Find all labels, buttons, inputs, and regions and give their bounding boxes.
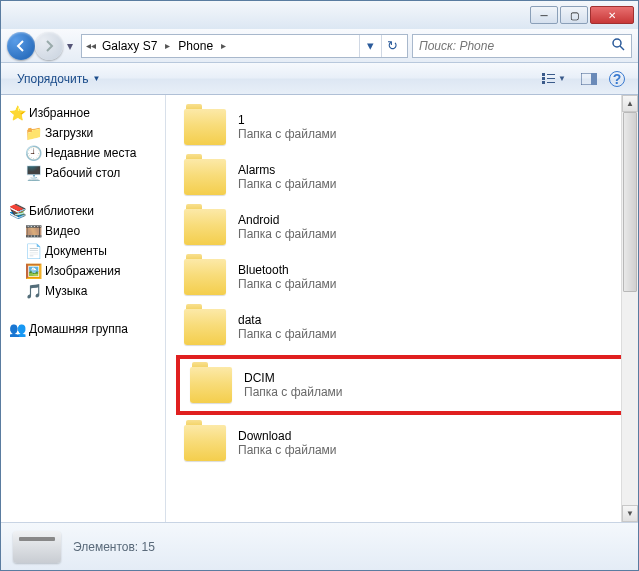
sidebar-libraries[interactable]: 📚 Библиотеки xyxy=(5,201,161,221)
sidebar-item-videos[interactable]: 🎞️ Видео xyxy=(5,221,161,241)
folder-type: Папка с файлами xyxy=(238,443,337,457)
navbar: ▾ ◂◂ Galaxy S7 ▸ Phone ▸ ▾ ↻ xyxy=(1,29,638,63)
minimize-button[interactable]: ─ xyxy=(530,6,558,24)
recent-icon: 🕘 xyxy=(25,145,41,161)
organize-button[interactable]: Упорядочить ▼ xyxy=(9,68,108,90)
sidebar-item-label: Музыка xyxy=(45,284,87,298)
sidebar-item-label: Недавние места xyxy=(45,146,136,160)
help-icon: ? xyxy=(609,71,625,87)
svg-line-1 xyxy=(620,46,624,50)
document-icon: 📄 xyxy=(25,243,41,259)
view-button[interactable]: ▼ xyxy=(534,68,574,90)
folder-text: BluetoothПапка с файлами xyxy=(238,263,337,291)
search-box[interactable] xyxy=(412,34,632,58)
svg-rect-3 xyxy=(542,77,545,80)
statusbar: Элементов: 15 xyxy=(1,522,638,570)
folder-item[interactable]: AndroidПапка с файлами xyxy=(176,203,628,251)
search-icon[interactable] xyxy=(611,37,625,54)
folder-name: Alarms xyxy=(238,163,337,177)
folder-type: Папка с файлами xyxy=(244,385,343,399)
svg-rect-5 xyxy=(547,74,555,75)
sidebar-item-music[interactable]: 🎵 Музыка xyxy=(5,281,161,301)
preview-pane-button[interactable] xyxy=(576,68,602,90)
forward-button[interactable] xyxy=(35,32,63,60)
folder-name: DCIM xyxy=(244,371,343,385)
sidebar: ⭐ Избранное 📁 Загрузки 🕘 Недавние места … xyxy=(1,95,166,522)
titlebar: ─ ▢ ✕ xyxy=(1,1,638,29)
sidebar-item-desktop[interactable]: 🖥️ Рабочий стол xyxy=(5,163,161,183)
folder-type: Папка с файлами xyxy=(238,127,337,141)
breadcrumb-overflow[interactable]: ◂◂ xyxy=(86,40,96,51)
scrollbar[interactable]: ▲ ▼ xyxy=(621,95,638,522)
breadcrumb-arrow[interactable]: ▸ xyxy=(219,40,228,51)
folder-type: Папка с файлами xyxy=(238,327,337,341)
scroll-down-button[interactable]: ▼ xyxy=(622,505,638,522)
folder-icon xyxy=(190,367,232,403)
sidebar-item-label: Рабочий стол xyxy=(45,166,120,180)
folder-item[interactable]: DownloadПапка с файлами xyxy=(176,419,628,467)
close-button[interactable]: ✕ xyxy=(590,6,634,24)
folder-icon xyxy=(184,209,226,245)
address-dropdown[interactable]: ▾ xyxy=(359,35,381,57)
desktop-icon: 🖥️ xyxy=(25,165,41,181)
sidebar-item-pictures[interactable]: 🖼️ Изображения xyxy=(5,261,161,281)
folder-icon: 📁 xyxy=(25,125,41,141)
breadcrumb-arrow[interactable]: ▸ xyxy=(163,40,172,51)
folder-name: Android xyxy=(238,213,337,227)
history-dropdown[interactable]: ▾ xyxy=(63,35,77,57)
status-text: Элементов: 15 xyxy=(73,540,155,554)
folder-type: Папка с файлами xyxy=(238,227,337,241)
folder-item[interactable]: DCIMПапка с файлами xyxy=(176,355,628,415)
help-button[interactable]: ? xyxy=(604,68,630,90)
folder-name: Download xyxy=(238,429,337,443)
folder-item[interactable]: dataПапка с файлами xyxy=(176,303,628,351)
drive-icon xyxy=(13,531,61,563)
folder-text: dataПапка с файлами xyxy=(238,313,337,341)
libraries-icon: 📚 xyxy=(9,203,25,219)
sidebar-label: Домашняя группа xyxy=(29,322,128,336)
music-icon: 🎵 xyxy=(25,283,41,299)
breadcrumb-segment[interactable]: Phone xyxy=(174,37,217,55)
folder-name: data xyxy=(238,313,337,327)
folder-text: 1Папка с файлами xyxy=(238,113,337,141)
svg-point-0 xyxy=(613,39,621,47)
chevron-down-icon: ▼ xyxy=(558,74,566,83)
scroll-thumb[interactable] xyxy=(623,112,637,292)
homegroup-icon: 👥 xyxy=(9,321,25,337)
explorer-window: ─ ▢ ✕ ▾ ◂◂ Galaxy S7 ▸ Phone ▸ xyxy=(0,0,639,571)
folder-icon xyxy=(184,425,226,461)
sidebar-homegroup[interactable]: 👥 Домашняя группа xyxy=(5,319,161,339)
sidebar-item-documents[interactable]: 📄 Документы xyxy=(5,241,161,261)
refresh-button[interactable]: ↻ xyxy=(381,35,403,57)
svg-rect-7 xyxy=(547,82,555,83)
sidebar-favorites[interactable]: ⭐ Избранное xyxy=(5,103,161,123)
sidebar-item-label: Видео xyxy=(45,224,80,238)
organize-label: Упорядочить xyxy=(17,72,88,86)
folder-item[interactable]: 1Папка с файлами xyxy=(176,103,628,151)
breadcrumb: ◂◂ Galaxy S7 ▸ Phone ▸ xyxy=(86,37,359,55)
folder-text: AlarmsПапка с файлами xyxy=(238,163,337,191)
folder-icon xyxy=(184,109,226,145)
folder-icon xyxy=(184,159,226,195)
folder-item[interactable]: BluetoothПапка с файлами xyxy=(176,253,628,301)
video-icon: 🎞️ xyxy=(25,223,41,239)
folder-text: DownloadПапка с файлами xyxy=(238,429,337,457)
address-bar[interactable]: ◂◂ Galaxy S7 ▸ Phone ▸ ▾ ↻ xyxy=(81,34,408,58)
sidebar-item-label: Загрузки xyxy=(45,126,93,140)
svg-rect-6 xyxy=(547,78,555,79)
svg-rect-9 xyxy=(591,73,597,85)
maximize-button[interactable]: ▢ xyxy=(560,6,588,24)
folder-type: Папка с файлами xyxy=(238,277,337,291)
svg-rect-4 xyxy=(542,81,545,84)
folder-text: AndroidПапка с файлами xyxy=(238,213,337,241)
sidebar-item-downloads[interactable]: 📁 Загрузки xyxy=(5,123,161,143)
sidebar-item-label: Документы xyxy=(45,244,107,258)
back-button[interactable] xyxy=(7,32,35,60)
folder-item[interactable]: AlarmsПапка с файлами xyxy=(176,153,628,201)
folder-type: Папка с файлами xyxy=(238,177,337,191)
scroll-up-button[interactable]: ▲ xyxy=(622,95,638,112)
content-area: 1Папка с файламиAlarmsПапка с файламиAnd… xyxy=(166,95,638,522)
breadcrumb-segment[interactable]: Galaxy S7 xyxy=(98,37,161,55)
sidebar-item-recent[interactable]: 🕘 Недавние места xyxy=(5,143,161,163)
search-input[interactable] xyxy=(419,39,611,53)
